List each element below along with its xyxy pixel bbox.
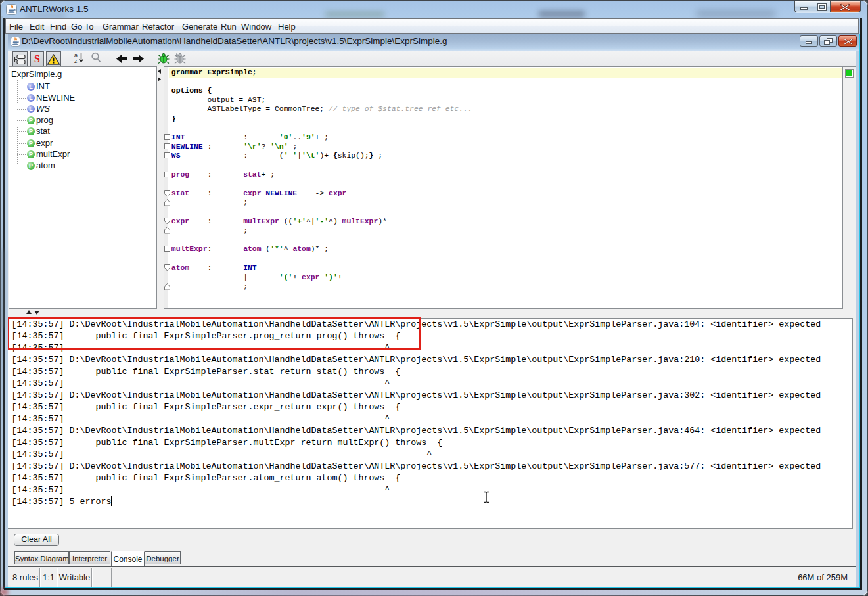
- svg-text:z: z: [74, 58, 78, 64]
